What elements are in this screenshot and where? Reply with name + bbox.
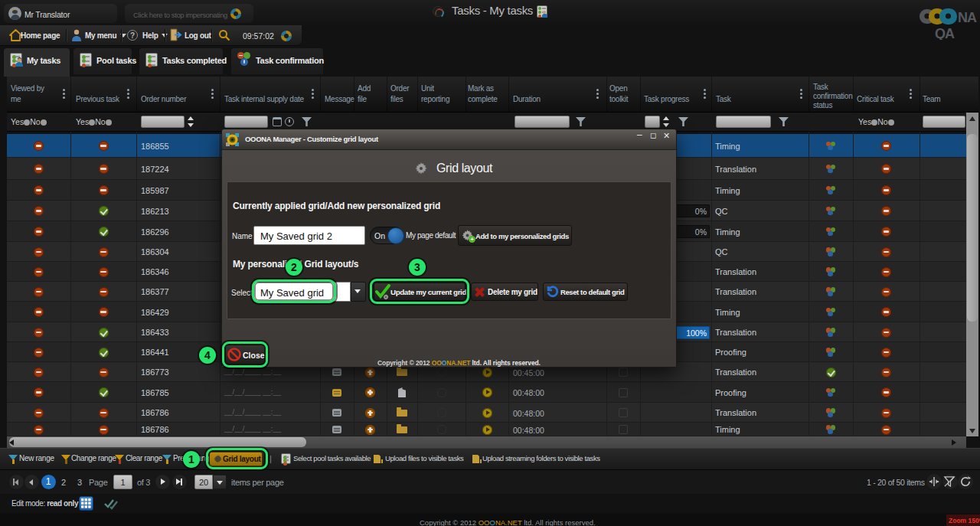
svg-text:NA: NA xyxy=(958,10,977,25)
svg-text:QA: QA xyxy=(935,26,955,40)
